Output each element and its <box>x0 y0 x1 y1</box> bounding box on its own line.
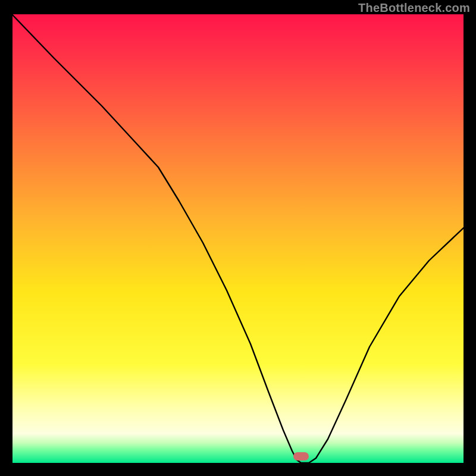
watermark-text: TheBottleneck.com <box>358 1 470 15</box>
plot-area <box>12 14 464 463</box>
min-marker <box>293 452 309 461</box>
curve-svg <box>12 14 464 463</box>
curve-path <box>12 15 464 463</box>
chart-frame: TheBottleneck.com <box>0 0 476 476</box>
